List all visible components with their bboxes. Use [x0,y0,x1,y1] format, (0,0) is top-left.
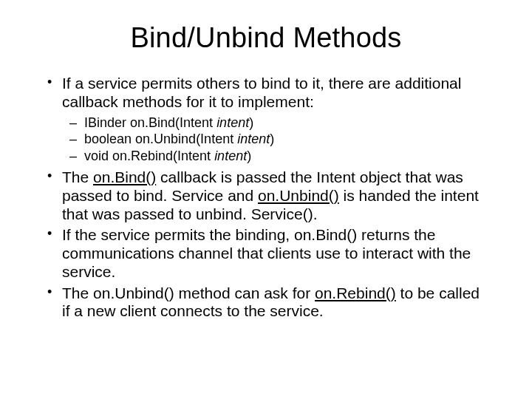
b2-u1: on.Bind() [93,168,156,185]
sub-1-b: intent [216,115,249,130]
sub-1-a: IBinder on.Bind(Intent [84,115,216,130]
bullet-3: If the service permits the binding, on.B… [44,226,488,281]
slide-title: Bind/Unbind Methods [44,22,488,54]
sub-3-a: void on.Rebind(Intent [84,149,214,163]
bullet-1-text: If a service permits others to bind to i… [62,75,461,110]
sub-2: boolean on.Unbind(Intent intent) [62,131,488,148]
sub-list: IBinder on.Bind(Intent intent) boolean o… [62,115,488,165]
b3-text: If the service permits the binding, on.B… [62,226,471,280]
sub-3-b: intent [214,149,247,163]
sub-1-c: ) [249,115,253,130]
sub-2-c: ) [270,132,274,146]
bullet-2: The on.Bind() callback is passed the Int… [44,168,488,223]
b2-p1: The [62,168,93,185]
b2-u2: on.Unbind() [258,187,339,204]
sub-2-b: intent [237,132,270,146]
bullet-list: If a service permits others to bind to i… [44,75,488,321]
sub-3-c: ) [247,149,251,163]
sub-2-a: boolean on.Unbind(Intent [84,132,237,146]
b4-p1: The on.Unbind() method can ask for [62,284,315,301]
slide: Bind/Unbind Methods If a service permits… [0,0,532,399]
b4-u1: on.Rebind() [315,284,396,301]
sub-1: IBinder on.Bind(Intent intent) [62,115,488,132]
bullet-1: If a service permits others to bind to i… [44,75,488,164]
bullet-4: The on.Unbind() method can ask for on.Re… [44,284,488,321]
sub-3: void on.Rebind(Intent intent) [62,148,488,165]
